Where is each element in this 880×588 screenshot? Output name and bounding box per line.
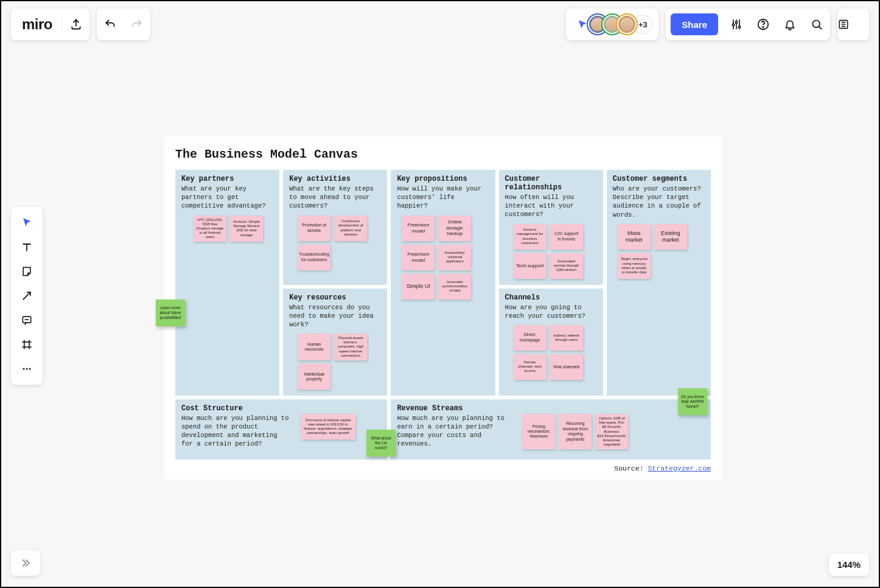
- logo-upload-group: miro: [11, 9, 89, 40]
- comment-icon: [21, 314, 33, 326]
- zoom-indicator[interactable]: 144%: [829, 553, 869, 576]
- sticky-note-green[interactable]: What about the 1st round?: [366, 430, 396, 457]
- panel-title: Key resources: [289, 293, 381, 302]
- svg-point-2: [738, 26, 740, 28]
- avatar-user-3[interactable]: [617, 15, 637, 34]
- sticky-note[interactable]: Account management for business customer…: [514, 224, 547, 250]
- sticky-note[interactable]: Options: 2GB of free space, Pro: $9.9/mo…: [595, 414, 628, 449]
- undo-icon: [104, 18, 116, 30]
- sticky-note[interactable]: Amazon: Simple Storage Servers (3S) for …: [230, 215, 263, 242]
- panel-title: Cost Structure: [181, 404, 381, 413]
- panel-revenue-streams[interactable]: Revenue Streams How much are you plannin…: [391, 399, 711, 460]
- panel-subtitle: How will you make your customers' life h…: [397, 184, 489, 211]
- presence-group: +3: [566, 9, 658, 40]
- sticky-note[interactable]: Recurring revenue from ongoing payments: [559, 414, 592, 449]
- panel-channels[interactable]: Channels How are you going to reach your…: [499, 289, 603, 396]
- panel-key-resources[interactable]: Key resources What resources do you need…: [283, 289, 387, 396]
- miro-logo[interactable]: miro: [11, 16, 62, 33]
- help-icon: [756, 18, 770, 31]
- notifications-button[interactable]: [777, 9, 803, 40]
- redo-icon: [131, 18, 143, 30]
- more-tools[interactable]: [15, 357, 39, 381]
- sticky-note[interactable]: Tech support: [514, 253, 547, 279]
- panel-key-activities[interactable]: Key activities What are the key steps to…: [283, 170, 387, 285]
- top-toolbar: miro +3 Share: [11, 9, 869, 40]
- redo-button[interactable]: [124, 9, 150, 40]
- chevron-right-double-icon: [19, 557, 32, 569]
- search-icon: [811, 18, 823, 30]
- sticky-note[interactable]: Simple UI: [402, 274, 435, 299]
- sticky-note[interactable]: Pricing mechanism: freemium: [522, 414, 555, 449]
- text-tool[interactable]: [15, 235, 39, 259]
- pointer-icon: [21, 217, 33, 229]
- frame-tool[interactable]: [15, 332, 39, 357]
- collapse-toolbar-button[interactable]: [11, 550, 40, 576]
- sliders-icon: [730, 18, 742, 30]
- panel-title: Revenue Streams: [397, 404, 705, 413]
- sticky-note[interactable]: Mass market: [618, 224, 651, 250]
- source-link[interactable]: Strategyzer.com: [648, 464, 711, 472]
- sticky-note[interactable]: Online storage: backup: [438, 215, 471, 241]
- sticky-note[interactable]: Automated service through Q&A section: [550, 253, 583, 279]
- sticky-note[interactable]: Direct: homepage: [514, 325, 547, 351]
- sticky-note[interactable]: Troubleshooting for customers: [298, 245, 330, 270]
- svg-point-10: [29, 368, 31, 370]
- arrow-icon: [21, 290, 33, 302]
- undo-button[interactable]: [97, 9, 124, 40]
- panel-subtitle: What resources do you need to make your …: [289, 303, 381, 329]
- panel-key-propositions[interactable]: Key propositions How will you make your …: [391, 170, 495, 396]
- sticky-note[interactable]: Target: everyone using memory sticks or …: [618, 253, 651, 279]
- sticky-note-icon: [21, 265, 33, 278]
- topbar-right: +3 Share: [566, 9, 869, 40]
- sticky-tool[interactable]: [15, 259, 39, 284]
- panel-title: Key partners: [181, 175, 273, 183]
- select-tool[interactable]: [15, 211, 39, 235]
- help-button[interactable]: [750, 9, 777, 40]
- sticky-note-green[interactable]: Learn more about future possibilities!: [156, 299, 185, 326]
- comment-tool[interactable]: [15, 308, 39, 332]
- sticky-note[interactable]: Viral channels: [550, 354, 583, 380]
- share-button[interactable]: Share: [671, 13, 718, 35]
- sticky-note[interactable]: Human resources: [298, 334, 330, 360]
- panel-subtitle: How much are you planning to earn in a c…: [397, 414, 512, 449]
- panel-subtitle: What are your key partners to get compet…: [181, 184, 273, 211]
- sticky-note[interactable]: Continuous development of platform and s…: [334, 215, 367, 241]
- svg-point-0: [732, 24, 734, 26]
- panel-title: Customer segments: [613, 175, 705, 183]
- cursor-icon: [577, 19, 588, 30]
- sticky-note[interactable]: HTC (2011/10): 5GB free Dropbox storage …: [194, 215, 226, 242]
- sticky-note[interactable]: Indirect: referral through users: [550, 325, 583, 351]
- export-button[interactable]: [63, 9, 89, 40]
- side-panel-toggle[interactable]: [837, 9, 869, 40]
- search-button[interactable]: [803, 9, 830, 40]
- panel-subtitle: Who are your customers? Describe your ta…: [613, 184, 705, 219]
- source-attribution: Source: Strategyzer.com: [175, 464, 711, 472]
- sticky-note[interactable]: Existing market: [654, 224, 687, 250]
- text-icon: [21, 241, 33, 253]
- tools-sidebar: [11, 207, 43, 385]
- sticky-note[interactable]: Partner channels: tech forums: [514, 354, 547, 380]
- upload-icon: [70, 18, 82, 30]
- panel-key-partners[interactable]: Key partners What are your key partners …: [175, 170, 279, 396]
- sticky-note[interactable]: Promotion of service: [298, 215, 330, 241]
- panel-customer-relationships[interactable]: Customer relationships How often will yo…: [499, 170, 603, 285]
- canvas-board[interactable]: The Business Model Canvas Key partners W…: [164, 136, 722, 480]
- shapes-tool[interactable]: [15, 284, 39, 308]
- sticky-note[interactable]: Freemium model: [402, 215, 435, 241]
- sticky-note[interactable]: 2nd round of venture capital was raised …: [301, 414, 355, 439]
- panel-customer-segments[interactable]: Customer segments Who are your customers…: [607, 170, 711, 396]
- sticky-note[interactable]: Intellectual property: [298, 364, 330, 390]
- bell-icon: [784, 18, 796, 30]
- more-icon: [21, 363, 33, 375]
- sticky-note-green[interactable]: Do you know their AARRR funnel?: [678, 388, 707, 415]
- sticky-note[interactable]: C2C support in forums: [550, 224, 583, 250]
- svg-point-1: [735, 21, 737, 23]
- sticky-note[interactable]: Freemium model: [402, 245, 435, 270]
- sticky-note[interactable]: Physical assets (servers, computers, hig…: [334, 334, 367, 360]
- panel-subtitle: How much are you planning to spend on th…: [181, 414, 291, 449]
- settings-button[interactable]: [723, 9, 750, 40]
- share-tools-group: Share: [666, 9, 830, 40]
- sticky-note[interactable]: Automatic synchronization of data: [438, 274, 471, 299]
- panel-cost-structure[interactable]: Cost Structure How much are you planning…: [175, 399, 387, 460]
- sticky-note[interactable]: Accessibility: universal application: [438, 245, 471, 270]
